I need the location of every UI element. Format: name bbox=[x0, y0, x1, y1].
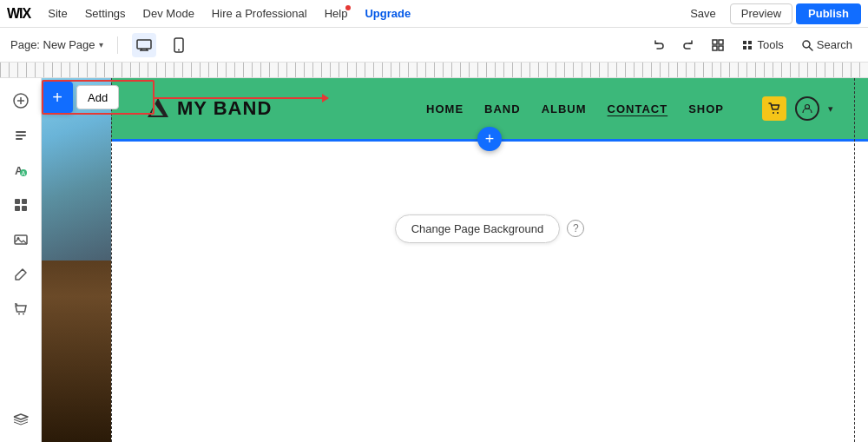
design-icon bbox=[14, 267, 28, 281]
multiselect-icon bbox=[712, 39, 724, 51]
nav-home[interactable]: HOME bbox=[426, 102, 464, 115]
layers-icon bbox=[13, 413, 29, 426]
search-label: Search bbox=[817, 38, 852, 51]
undo-icon bbox=[653, 39, 665, 51]
tools-label: Tools bbox=[757, 38, 783, 51]
svg-rect-9 bbox=[719, 46, 723, 50]
toolbar-right-group: Tools Search bbox=[648, 33, 858, 57]
mobile-icon bbox=[174, 37, 184, 53]
svg-rect-22 bbox=[22, 199, 27, 204]
editor-toolbar: Page: New Page ▾ bbox=[0, 28, 868, 63]
nav-shop[interactable]: SHOP bbox=[688, 102, 724, 115]
preview-button[interactable]: Preview bbox=[730, 3, 792, 24]
search-icon bbox=[801, 39, 813, 51]
add-label-button[interactable]: Add bbox=[76, 85, 119, 109]
svg-rect-16 bbox=[16, 135, 26, 136]
bg-left-panel bbox=[42, 78, 111, 442]
nav-icon-group: ▾ bbox=[762, 96, 833, 121]
ruler bbox=[0, 63, 868, 78]
svg-point-10 bbox=[803, 41, 810, 48]
search-button[interactable]: Search bbox=[796, 33, 858, 57]
section-add-button[interactable]: + bbox=[477, 127, 502, 151]
redo-button[interactable] bbox=[677, 33, 700, 57]
menu-hire[interactable]: Hire a Professional bbox=[205, 0, 314, 27]
sidebar-bottom-group bbox=[5, 404, 36, 442]
wix-logo: WIX bbox=[7, 6, 30, 22]
apps-icon bbox=[14, 198, 28, 212]
site-header[interactable]: MY BAND HOME BAND ALBUM CONTACT SHOP bbox=[111, 78, 868, 139]
website-preview: MY BAND HOME BAND ALBUM CONTACT SHOP bbox=[111, 78, 868, 442]
menu-help[interactable]: Help bbox=[318, 0, 355, 27]
left-sidebar: A A bbox=[0, 78, 42, 442]
help-circle-icon[interactable]: ? bbox=[567, 220, 584, 237]
svg-rect-23 bbox=[15, 206, 20, 211]
site-nav: HOME BAND ALBUM CONTACT SHOP bbox=[426, 96, 833, 121]
brand-name: MY BAND bbox=[177, 97, 272, 120]
page-label: Page: New Page bbox=[10, 38, 95, 51]
account-chevron-icon[interactable]: ▾ bbox=[828, 103, 833, 115]
undo-button[interactable] bbox=[648, 33, 670, 57]
nav-band[interactable]: BAND bbox=[484, 102, 521, 115]
sidebar-store-btn[interactable] bbox=[5, 294, 36, 325]
store-icon bbox=[14, 302, 28, 316]
canvas-area: MY BAND HOME BAND ALBUM CONTACT SHOP bbox=[42, 78, 868, 442]
sidebar-pages-btn[interactable] bbox=[5, 120, 36, 151]
change-bg-group: Change Page Background ? bbox=[395, 214, 585, 243]
tools-icon bbox=[741, 39, 753, 51]
pages-icon bbox=[14, 129, 28, 142]
svg-rect-17 bbox=[16, 138, 23, 140]
sidebar-design-btn[interactable] bbox=[5, 259, 36, 290]
svg-point-32 bbox=[777, 112, 779, 114]
desktop-icon bbox=[136, 39, 152, 51]
text-icon: A A bbox=[14, 163, 28, 177]
nav-contact[interactable]: CONTACT bbox=[608, 102, 668, 115]
menu-devmode[interactable]: Dev Mode bbox=[136, 0, 201, 27]
svg-rect-0 bbox=[137, 40, 151, 49]
menu-site[interactable]: Site bbox=[41, 0, 74, 27]
sidebar-layers-btn[interactable] bbox=[5, 404, 36, 435]
tools-button[interactable]: Tools bbox=[736, 33, 788, 57]
add-circle-button[interactable]: + bbox=[42, 82, 73, 113]
account-icon-btn[interactable] bbox=[795, 96, 819, 121]
brand-logo: MY BAND bbox=[146, 96, 272, 121]
redo-icon bbox=[682, 39, 694, 51]
media-icon bbox=[14, 233, 28, 247]
change-bg-button[interactable]: Change Page Background bbox=[395, 214, 561, 243]
sidebar-apps-btn[interactable] bbox=[5, 189, 36, 221]
svg-text:A: A bbox=[21, 170, 25, 176]
logo-icon bbox=[146, 96, 170, 121]
sidebar-media-btn[interactable] bbox=[5, 224, 36, 255]
svg-rect-8 bbox=[713, 46, 717, 50]
svg-line-11 bbox=[809, 47, 812, 50]
svg-point-31 bbox=[773, 112, 774, 114]
sidebar-add-btn[interactable] bbox=[5, 85, 36, 116]
toolbar-separator bbox=[117, 36, 118, 54]
svg-point-27 bbox=[18, 313, 20, 315]
svg-rect-6 bbox=[713, 40, 717, 44]
add-elements-icon bbox=[13, 93, 29, 109]
svg-point-28 bbox=[23, 313, 24, 315]
cart-icon bbox=[768, 102, 780, 115]
svg-rect-21 bbox=[15, 199, 20, 204]
menu-upgrade[interactable]: Upgrade bbox=[358, 0, 418, 27]
mobile-device-btn[interactable] bbox=[167, 33, 191, 57]
desktop-device-btn[interactable] bbox=[132, 33, 156, 57]
svg-rect-7 bbox=[719, 40, 723, 44]
add-button-area: + Add bbox=[42, 78, 119, 113]
svg-rect-24 bbox=[22, 206, 27, 211]
nav-album[interactable]: ALBUM bbox=[542, 102, 587, 115]
menu-settings[interactable]: Settings bbox=[78, 0, 133, 27]
page-background-area: Change Page Background ? bbox=[111, 142, 868, 315]
account-icon bbox=[802, 103, 812, 114]
svg-rect-15 bbox=[16, 131, 26, 133]
cart-icon-btn[interactable] bbox=[762, 96, 786, 121]
publish-button[interactable]: Publish bbox=[796, 3, 861, 24]
main-editor-area: A A bbox=[0, 78, 868, 442]
sidebar-text-btn[interactable]: A A bbox=[5, 155, 36, 186]
multiselect-button[interactable] bbox=[707, 33, 729, 57]
top-menu-bar: WIX Site Settings Dev Mode Hire a Profes… bbox=[0, 0, 868, 28]
help-notification-dot bbox=[345, 5, 351, 10]
page-selector[interactable]: Page: New Page ▾ bbox=[10, 38, 103, 51]
chevron-down-icon: ▾ bbox=[99, 40, 103, 49]
save-button[interactable]: Save bbox=[680, 7, 727, 20]
